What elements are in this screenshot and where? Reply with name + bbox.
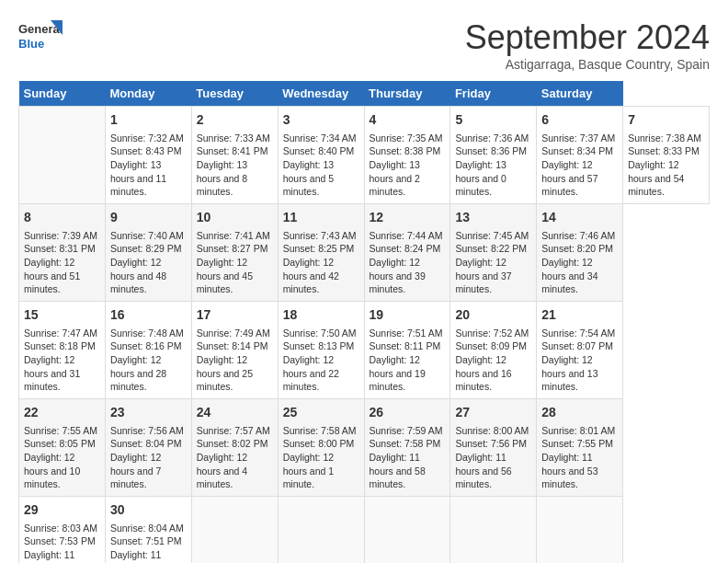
day-number: 5 [455,111,531,130]
month-title: September 2024 [465,18,710,57]
calendar-cell: 29 Sunrise: 8:03 AM Sunset: 7:53 PM Dayl… [19,497,106,563]
calendar-cell: 14 Sunrise: 7:46 AM Sunset: 8:20 PM Dayl… [537,204,623,302]
daylight-text: Daylight: 13 hours and 2 minutes. [370,159,420,197]
day-number: 7 [628,111,704,130]
daylight-text: Daylight: 11 hours and 53 minutes. [541,452,597,489]
sunrise-text: Sunrise: 7:46 AM [541,230,615,241]
sunrise-text: Sunrise: 7:50 AM [283,327,357,339]
sunset-text: Sunset: 8:24 PM [370,243,441,254]
sunset-text: Sunset: 8:07 PM [541,340,613,351]
calendar-cell [19,107,106,204]
title-area: September 2024 Astigarraga, Basque Count… [465,18,710,72]
calendar-cell: 3 Sunrise: 7:34 AM Sunset: 8:40 PM Dayli… [278,107,364,204]
daylight-text: Daylight: 12 hours and 37 minutes. [455,257,511,294]
header-row: SundayMondayTuesdayWednesdayThursdayFrid… [19,81,710,107]
sunset-text: Sunset: 8:38 PM [370,145,441,156]
sunrise-text: Sunrise: 7:40 AM [110,230,184,241]
day-number: 11 [283,209,359,227]
calendar-cell [450,497,537,563]
day-number: 9 [110,209,187,227]
day-number: 8 [24,209,100,227]
calendar-cell: 27 Sunrise: 8:00 AM Sunset: 7:56 PM Dayl… [450,399,537,497]
location-subtitle: Astigarraga, Basque Country, Spain [465,57,710,72]
calendar-cell: 15 Sunrise: 7:47 AM Sunset: 8:18 PM Dayl… [19,302,106,399]
header-sunday: Sunday [19,81,106,107]
sunrise-text: Sunrise: 7:49 AM [197,327,270,339]
day-number: 20 [455,306,531,325]
calendar-cell: 1 Sunrise: 7:32 AM Sunset: 8:43 PM Dayli… [105,107,191,204]
sunrise-text: Sunrise: 7:32 AM [110,132,184,144]
daylight-text: Daylight: 12 hours and 10 minutes. [24,452,80,489]
sunrise-text: Sunrise: 7:37 AM [541,132,615,144]
sunrise-text: Sunrise: 7:48 AM [110,327,184,339]
day-number: 29 [24,501,100,520]
calendar-cell [364,497,450,563]
header-wednesday: Wednesday [278,81,364,107]
sunset-text: Sunset: 8:04 PM [110,438,182,449]
daylight-text: Daylight: 11 hours and 47 minutes. [110,549,166,563]
calendar-cell: 7 Sunrise: 7:38 AM Sunset: 8:33 PM Dayli… [623,107,710,204]
header-thursday: Thursday [364,81,450,107]
day-number: 17 [197,306,273,325]
calendar-cell [278,497,364,563]
sunrise-text: Sunrise: 8:04 AM [110,523,184,534]
sunset-text: Sunset: 8:09 PM [455,340,527,351]
header-saturday: Saturday [537,81,623,107]
sunset-text: Sunset: 8:27 PM [197,243,268,254]
day-number: 16 [110,306,187,325]
sunrise-text: Sunrise: 7:35 AM [370,132,443,144]
svg-text:Blue: Blue [18,37,44,51]
daylight-text: Daylight: 11 hours and 58 minutes. [370,452,426,489]
calendar-cell: 13 Sunrise: 7:45 AM Sunset: 8:22 PM Dayl… [450,204,537,302]
daylight-text: Daylight: 12 hours and 31 minutes. [24,354,80,392]
sunrise-text: Sunrise: 7:57 AM [197,425,270,436]
sunset-text: Sunset: 8:36 PM [455,145,527,156]
sunset-text: Sunset: 8:22 PM [455,243,527,254]
week-row-0: 1 Sunrise: 7:32 AM Sunset: 8:43 PM Dayli… [19,107,710,204]
sunset-text: Sunset: 8:20 PM [541,243,613,254]
sunrise-text: Sunrise: 8:00 AM [455,425,529,436]
calendar-cell: 19 Sunrise: 7:51 AM Sunset: 8:11 PM Dayl… [364,302,450,399]
daylight-text: Daylight: 12 hours and 7 minutes. [110,452,161,489]
daylight-text: Daylight: 12 hours and 48 minutes. [110,257,166,294]
sunrise-text: Sunrise: 7:59 AM [370,425,443,436]
sunrise-text: Sunrise: 7:38 AM [628,132,701,144]
sunrise-text: Sunrise: 8:01 AM [541,425,615,436]
sunrise-text: Sunrise: 7:43 AM [283,230,357,241]
day-number: 3 [283,111,359,130]
day-number: 4 [370,111,446,130]
sunrise-text: Sunrise: 7:47 AM [24,327,97,339]
sunrise-text: Sunrise: 7:45 AM [455,230,529,241]
sunrise-text: Sunrise: 7:52 AM [455,327,529,339]
sunset-text: Sunset: 7:56 PM [455,438,527,449]
daylight-text: Daylight: 12 hours and 25 minutes. [197,354,253,392]
day-number: 28 [541,404,618,422]
calendar-cell: 25 Sunrise: 7:58 AM Sunset: 8:00 PM Dayl… [278,399,364,497]
logo: General Blue [18,18,64,59]
sunset-text: Sunset: 8:18 PM [24,340,96,351]
week-row-1: 8 Sunrise: 7:39 AM Sunset: 8:31 PM Dayli… [19,204,710,302]
sunset-text: Sunset: 8:34 PM [541,145,613,156]
sunset-text: Sunset: 8:31 PM [24,243,96,254]
sunset-text: Sunset: 8:13 PM [283,340,355,351]
sunrise-text: Sunrise: 7:33 AM [197,132,270,144]
calendar-cell: 9 Sunrise: 7:40 AM Sunset: 8:29 PM Dayli… [105,204,191,302]
daylight-text: Daylight: 12 hours and 34 minutes. [541,257,597,294]
sunset-text: Sunset: 7:58 PM [370,438,441,449]
calendar-cell: 5 Sunrise: 7:36 AM Sunset: 8:36 PM Dayli… [450,107,537,204]
day-number: 30 [110,501,187,520]
day-number: 23 [110,404,187,422]
daylight-text: Daylight: 12 hours and 19 minutes. [370,354,426,392]
daylight-text: Daylight: 12 hours and 28 minutes. [110,354,166,392]
calendar-cell: 17 Sunrise: 7:49 AM Sunset: 8:14 PM Dayl… [191,302,278,399]
calendar-cell: 18 Sunrise: 7:50 AM Sunset: 8:13 PM Dayl… [278,302,364,399]
daylight-text: Daylight: 12 hours and 22 minutes. [283,354,339,392]
daylight-text: Daylight: 11 hours and 50 minutes. [24,549,80,563]
daylight-text: Daylight: 12 hours and 54 minutes. [628,159,684,197]
sunrise-text: Sunrise: 7:36 AM [455,132,529,144]
calendar-cell: 10 Sunrise: 7:41 AM Sunset: 8:27 PM Dayl… [191,204,278,302]
sunset-text: Sunset: 8:41 PM [197,145,268,156]
day-number: 15 [24,306,100,325]
sunrise-text: Sunrise: 7:41 AM [197,230,270,241]
calendar-cell [191,497,278,563]
